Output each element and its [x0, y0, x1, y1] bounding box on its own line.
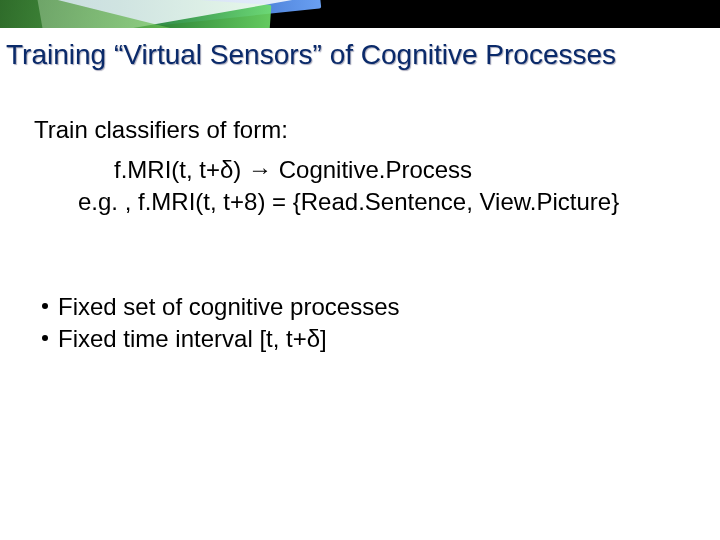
bullet-list: Fixed set of cognitive processes Fixed t… — [34, 291, 686, 356]
decorative-banner — [0, 0, 720, 28]
intro-text: Train classifiers of form: — [34, 114, 686, 146]
example-line: e.g. , f.MRI(t, t+8) = {Read.Sentence, V… — [34, 186, 686, 218]
list-item: Fixed time interval [t, t+δ] — [42, 323, 686, 355]
slide-title: Training “Virtual Sensors” of Cognitive … — [0, 28, 720, 72]
bullet-icon — [42, 303, 48, 309]
formula-line: f.MRI(t, t+δ) → Cognitive.Process — [34, 154, 686, 186]
bullet-text: Fixed time interval [t, t+δ] — [58, 323, 327, 355]
bullet-icon — [42, 335, 48, 341]
slide-body: Train classifiers of form: f.MRI(t, t+δ)… — [0, 72, 720, 356]
list-item: Fixed set of cognitive processes — [42, 291, 686, 323]
bullet-text: Fixed set of cognitive processes — [58, 291, 400, 323]
